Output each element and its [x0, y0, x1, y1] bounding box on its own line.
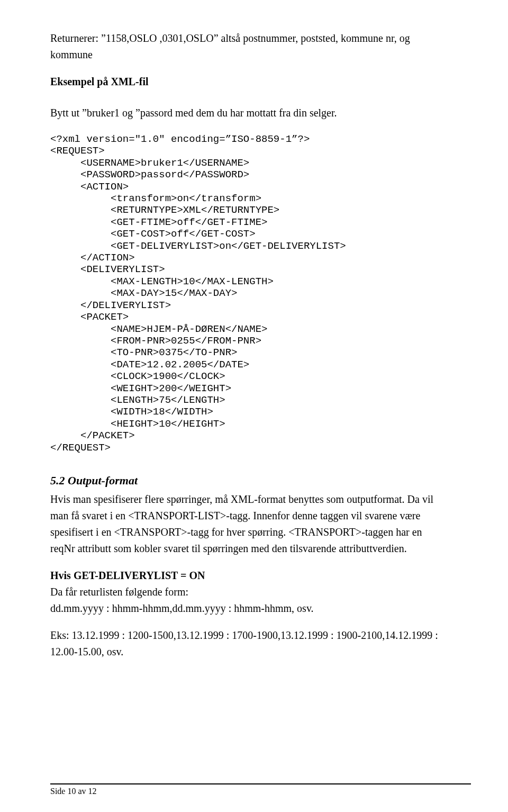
- code-line: <WEIGHT>200</WEIGHT>: [50, 383, 231, 394]
- code-line: <?xml version="1.0" encoding=”ISO-8859-1…: [50, 133, 310, 145]
- output-para-line-4: reqNr attributt som kobler svaret til sp…: [50, 542, 471, 555]
- code-line: </DELIVERYLIST>: [50, 300, 171, 311]
- code-line: <WIDTH>18</WIDTH>: [50, 406, 213, 418]
- code-line: <USERNAME>bruker1</USERNAME>: [50, 157, 249, 169]
- code-line: <CLOCK>1900</CLOCK>: [50, 371, 225, 382]
- code-line: <DELIVERYLIST>: [50, 264, 165, 275]
- code-line: <ACTION>: [50, 181, 129, 193]
- eks-line-2: 12.00-15.00, osv.: [50, 645, 471, 658]
- code-line: <TO-PNR>0375</TO-PNR>: [50, 347, 237, 358]
- eks-line-1: Eks: 13.12.1999 : 1200-1500,13.12.1999 :…: [50, 629, 471, 642]
- heading-example: Eksempel på XML-fil: [50, 75, 471, 88]
- output-para-line-2: man få svaret i en <TRANSPORT-LIST>-tagg…: [50, 509, 471, 522]
- code-line: <transform>on</transform>: [50, 193, 261, 204]
- intro-line-1: Returnerer: ”1158,OSLO ,0301,OSLO” altså…: [50, 32, 471, 45]
- code-line: <FROM-PNR>0255</FROM-PNR>: [50, 335, 261, 347]
- get-deliverylist-heading: Hvis GET-DELIVERYLIST = ON: [50, 569, 471, 582]
- code-line: <PASSWORD>passord</PASSWORD>: [50, 169, 249, 181]
- code-line: <DATE>12.02.2005</DATE>: [50, 359, 249, 371]
- output-para-line-3: spesifisert i en <TRANSPORT>-tagg for hv…: [50, 526, 471, 539]
- code-line: </PACKET>: [50, 430, 135, 441]
- footer-divider: [50, 783, 471, 784]
- xml-code-block: <?xml version="1.0" encoding=”ISO-8859-1…: [50, 133, 471, 454]
- code-line: <LENGTH>75</LENGTH>: [50, 394, 225, 406]
- code-line: <MAX-DAY>15</MAX-DAY>: [50, 287, 237, 299]
- code-line: <REQUEST>: [50, 145, 105, 157]
- intro-line-2: kommune: [50, 48, 471, 61]
- page-number: Side 10 av 12: [50, 787, 97, 796]
- code-line: <HEIGHT>10</HEIGHT>: [50, 418, 225, 430]
- get-deliverylist-line-1: Da får returlisten følgende form:: [50, 585, 471, 599]
- output-para-line-1: Hvis man spesifiserer flere spørringer, …: [50, 493, 471, 506]
- get-deliverylist-line-2: dd.mm.yyyy : hhmm-hhmm,dd.mm.yyyy : hhmm…: [50, 602, 471, 615]
- code-line: <GET-FTIME>off</GET-FTIME>: [50, 216, 267, 228]
- code-line: <GET-DELIVERYLIST>on</GET-DELIVERYLIST>: [50, 240, 346, 252]
- code-line: </REQUEST>: [50, 442, 111, 454]
- page-footer: Side 10 av 12: [50, 783, 471, 796]
- code-line: <NAME>HJEM-PÅ-DØREN</NAME>: [50, 323, 267, 335]
- code-line: <PACKET>: [50, 311, 129, 323]
- code-line: <MAX-LENGTH>10</MAX-LENGTH>: [50, 276, 274, 287]
- code-line: <RETURNTYPE>XML</RETURNTYPE>: [50, 204, 279, 216]
- section-title-output: 5.2 Output-format: [50, 474, 471, 488]
- code-line: <GET-COST>off</GET-COST>: [50, 228, 256, 240]
- instruction-line: Bytt ut ”bruker1 og ”passord med dem du …: [50, 106, 471, 120]
- code-line: </ACTION>: [50, 252, 135, 264]
